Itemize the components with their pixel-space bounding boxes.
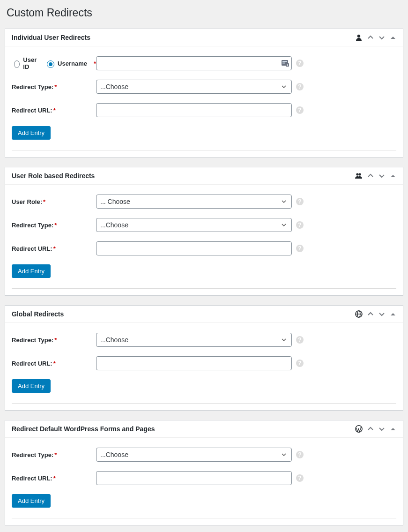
help-icon[interactable] xyxy=(296,106,304,114)
panel-header: Individual User Redirects xyxy=(5,29,403,46)
panel-header: User Role based Redirects xyxy=(5,167,403,185)
help-icon[interactable] xyxy=(296,59,304,67)
label-user-role: User Role:* xyxy=(12,198,96,205)
label-redirect-type: Redirect Type:* xyxy=(12,451,96,458)
panel-global-redirects: Global Redirects Redirect Type:* ...Choo… xyxy=(5,305,403,411)
move-down-icon[interactable] xyxy=(378,426,385,432)
help-icon[interactable] xyxy=(296,82,304,91)
label-redirect-url: Redirect URL:* xyxy=(12,107,96,114)
radio-username-input[interactable] xyxy=(47,60,54,68)
collapse-icon[interactable] xyxy=(390,311,396,317)
wordpress-icon xyxy=(355,425,363,433)
move-down-icon[interactable] xyxy=(378,311,385,317)
redirect-url-input[interactable] xyxy=(96,103,292,117)
add-entry-button[interactable]: Add Entry xyxy=(12,494,51,508)
move-up-icon[interactable] xyxy=(367,173,374,179)
radio-username-label: Username xyxy=(58,60,87,67)
label-redirect-url: Redirect URL:* xyxy=(12,475,96,482)
user-icon xyxy=(355,34,363,41)
help-icon[interactable] xyxy=(296,221,304,229)
panel-title: Global Redirects xyxy=(12,310,64,318)
help-icon[interactable] xyxy=(296,450,304,459)
panel-title: Redirect Default WordPress Forms and Pag… xyxy=(12,425,155,433)
redirect-type-select[interactable]: ...Choose xyxy=(96,80,292,94)
radio-user-id-input[interactable] xyxy=(14,60,20,68)
redirect-type-select[interactable]: ...Choose xyxy=(96,448,292,462)
radio-user-id[interactable]: User ID xyxy=(12,56,39,70)
help-icon[interactable] xyxy=(296,336,304,344)
move-down-icon[interactable] xyxy=(378,173,385,179)
page-title: Custom Redirects xyxy=(7,7,403,19)
move-up-icon[interactable] xyxy=(367,426,374,432)
help-icon[interactable] xyxy=(296,359,304,367)
radio-user-id-label: User ID xyxy=(23,56,39,70)
help-icon[interactable] xyxy=(296,197,304,206)
label-redirect-type: Redirect Type:* xyxy=(12,83,96,90)
panel-user-role-redirects: User Role based Redirects User Role:* ..… xyxy=(5,167,403,296)
add-entry-button[interactable]: Add Entry xyxy=(12,379,51,393)
collapse-icon[interactable] xyxy=(390,173,396,179)
panel-individual-user-redirects: Individual User Redirects User ID Userna… xyxy=(5,29,403,157)
panel-title: User Role based Redirects xyxy=(12,172,95,180)
label-redirect-type: Redirect Type:* xyxy=(12,337,96,344)
user-role-select[interactable]: ... Choose xyxy=(96,195,292,209)
redirect-url-input[interactable] xyxy=(96,471,292,485)
panel-header: Global Redirects xyxy=(5,306,403,323)
move-up-icon[interactable] xyxy=(367,35,374,40)
panel-header: Redirect Default WordPress Forms and Pag… xyxy=(5,420,403,438)
separator xyxy=(12,150,396,150)
redirect-url-input[interactable] xyxy=(96,356,292,370)
add-entry-button[interactable]: Add Entry xyxy=(12,126,51,140)
redirect-type-select[interactable]: ...Choose xyxy=(96,333,292,347)
username-input[interactable] xyxy=(96,56,292,70)
add-entry-button[interactable]: Add Entry xyxy=(12,264,51,278)
help-icon[interactable] xyxy=(296,474,304,482)
field-badge-icon xyxy=(282,60,289,67)
move-down-icon[interactable] xyxy=(378,35,385,40)
panel-wp-default-redirects: Redirect Default WordPress Forms and Pag… xyxy=(5,420,403,525)
separator xyxy=(12,288,396,289)
move-up-icon[interactable] xyxy=(367,311,374,317)
globe-icon xyxy=(355,310,363,318)
radio-username[interactable]: Username xyxy=(45,59,87,68)
redirect-url-input[interactable] xyxy=(96,241,292,255)
redirect-type-select[interactable]: ...Choose xyxy=(96,218,292,232)
panel-title: Individual User Redirects xyxy=(12,34,90,41)
separator xyxy=(12,403,396,404)
collapse-icon[interactable] xyxy=(390,426,396,432)
separator xyxy=(12,518,396,518)
label-redirect-url: Redirect URL:* xyxy=(12,245,96,252)
label-redirect-url: Redirect URL:* xyxy=(12,360,96,367)
label-redirect-type: Redirect Type:* xyxy=(12,222,96,229)
help-icon[interactable] xyxy=(296,244,304,253)
users-icon xyxy=(355,172,363,180)
collapse-icon[interactable] xyxy=(390,35,396,40)
